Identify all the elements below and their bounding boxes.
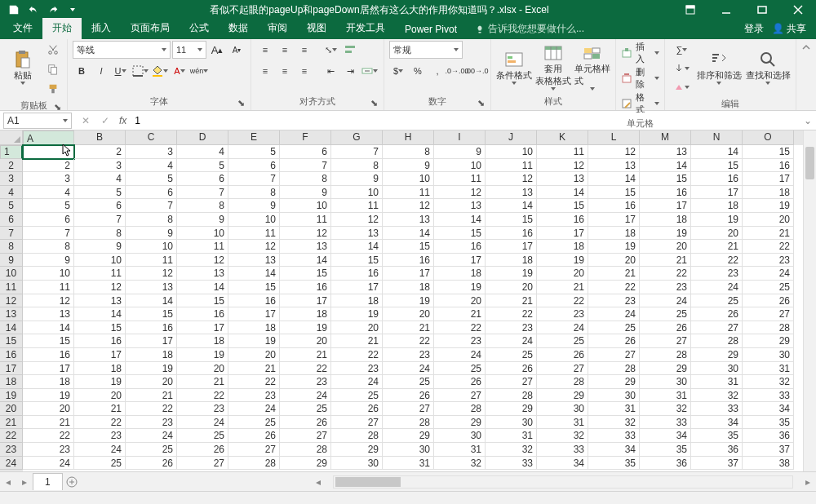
delete-cells-button[interactable]: 删除	[621, 66, 659, 91]
cell[interactable]: 16	[331, 267, 383, 281]
cell[interactable]: 13	[486, 186, 537, 200]
fx-icon[interactable]: fx	[119, 115, 126, 126]
cell[interactable]: 17	[486, 240, 537, 254]
number-format-select[interactable]: 常规	[389, 41, 463, 59]
cell[interactable]: 35	[640, 443, 691, 457]
cell[interactable]: 18	[177, 334, 228, 348]
cell[interactable]: 14	[640, 159, 691, 173]
cell[interactable]: 19	[383, 294, 434, 308]
row-headers[interactable]: 123456789101112131415161718192021222324	[0, 145, 23, 471]
cell[interactable]: 28	[228, 457, 280, 471]
cell[interactable]: 27	[228, 443, 280, 457]
cell[interactable]: 31	[537, 416, 588, 430]
cell[interactable]: 10	[383, 172, 434, 186]
cell[interactable]: 28	[434, 402, 486, 416]
cell[interactable]: 33	[691, 402, 743, 416]
col-header[interactable]: E	[228, 130, 280, 145]
cell[interactable]: 11	[23, 281, 74, 294]
cell[interactable]: 24	[126, 429, 177, 443]
cell[interactable]: 29	[743, 334, 794, 348]
cell[interactable]: 33	[588, 429, 640, 443]
cell[interactable]: 20	[74, 389, 126, 403]
cell[interactable]: 6	[280, 145, 331, 159]
cell[interactable]: 20	[177, 362, 228, 376]
cell[interactable]: 10	[177, 227, 228, 241]
col-header[interactable]: D	[177, 130, 228, 145]
cell[interactable]: 2	[23, 159, 74, 173]
underline-button[interactable]: U	[112, 62, 130, 80]
cell[interactable]: 10	[228, 213, 280, 227]
cell[interactable]: 31	[640, 389, 691, 403]
cell[interactable]: 21	[434, 307, 486, 321]
cell[interactable]: 27	[280, 429, 331, 443]
align-right-icon[interactable]: ≡	[295, 62, 313, 80]
cell[interactable]: 11	[126, 254, 177, 267]
cell[interactable]: 22	[280, 362, 331, 376]
cell[interactable]: 23	[434, 334, 486, 348]
cell[interactable]: 12	[588, 145, 640, 159]
cell[interactable]: 14	[588, 172, 640, 186]
cell[interactable]: 27	[691, 321, 743, 335]
cell[interactable]: 10	[331, 186, 383, 200]
qat-dropdown-icon[interactable]	[64, 1, 82, 19]
cell[interactable]: 20	[588, 254, 640, 267]
hscroll-thumb[interactable]	[335, 477, 401, 487]
cell[interactable]: 13	[588, 159, 640, 173]
cell[interactable]: 22	[486, 307, 537, 321]
cell[interactable]: 26	[537, 348, 588, 362]
cell[interactable]: 30	[383, 443, 434, 457]
cell[interactable]: 11	[331, 199, 383, 213]
cell[interactable]: 26	[177, 443, 228, 457]
cell[interactable]: 16	[177, 307, 228, 321]
cell[interactable]: 37	[743, 443, 794, 457]
cell[interactable]: 32	[486, 443, 537, 457]
cell[interactable]: 7	[126, 199, 177, 213]
orientation-icon[interactable]: ⤡	[322, 41, 339, 59]
row-header[interactable]: 24	[0, 457, 23, 471]
cell[interactable]: 9	[331, 172, 383, 186]
cell[interactable]: 37	[691, 457, 743, 471]
cell[interactable]: 17	[280, 294, 331, 308]
cell[interactable]: 18	[588, 227, 640, 241]
cell[interactable]: 29	[640, 362, 691, 376]
cell[interactable]: 14	[434, 213, 486, 227]
number-launcher-icon[interactable]: ⬊	[476, 98, 486, 108]
cell[interactable]: 30	[537, 402, 588, 416]
cell[interactable]: 7	[177, 186, 228, 200]
cell[interactable]: 22	[23, 429, 74, 443]
cell[interactable]: 14	[177, 281, 228, 294]
cell[interactable]: 38	[743, 457, 794, 471]
cell[interactable]: 18	[126, 348, 177, 362]
cell[interactable]	[23, 145, 74, 159]
cell[interactable]: 4	[177, 145, 228, 159]
cell[interactable]: 22	[177, 389, 228, 403]
cell[interactable]: 34	[640, 429, 691, 443]
cell[interactable]: 31	[743, 362, 794, 376]
cell[interactable]: 12	[434, 186, 486, 200]
row-header[interactable]: 18	[0, 375, 23, 389]
cell[interactable]: 10	[434, 159, 486, 173]
cell[interactable]: 21	[74, 402, 126, 416]
cell[interactable]: 20	[691, 227, 743, 241]
ribbon-options-icon[interactable]	[672, 0, 708, 20]
row-header[interactable]: 6	[0, 213, 23, 227]
cell[interactable]: 19	[228, 334, 280, 348]
cell[interactable]: 3	[23, 172, 74, 186]
cell[interactable]: 23	[486, 321, 537, 335]
cell[interactable]: 12	[280, 227, 331, 241]
col-header[interactable]: O	[743, 130, 794, 145]
cell[interactable]: 21	[23, 416, 74, 430]
col-header[interactable]: I	[434, 130, 486, 145]
cell[interactable]: 32	[537, 429, 588, 443]
decrease-indent-icon[interactable]: ⇤	[322, 62, 339, 80]
cell[interactable]: 16	[383, 254, 434, 267]
cell[interactable]: 11	[486, 159, 537, 173]
cell[interactable]: 25	[640, 307, 691, 321]
cell[interactable]: 9	[74, 240, 126, 254]
cell[interactable]: 30	[434, 429, 486, 443]
cell[interactable]: 23	[228, 389, 280, 403]
cell[interactable]: 4	[74, 172, 126, 186]
cell[interactable]: 19	[486, 267, 537, 281]
clear-icon[interactable]	[670, 78, 693, 96]
cell[interactable]: 24	[331, 375, 383, 389]
